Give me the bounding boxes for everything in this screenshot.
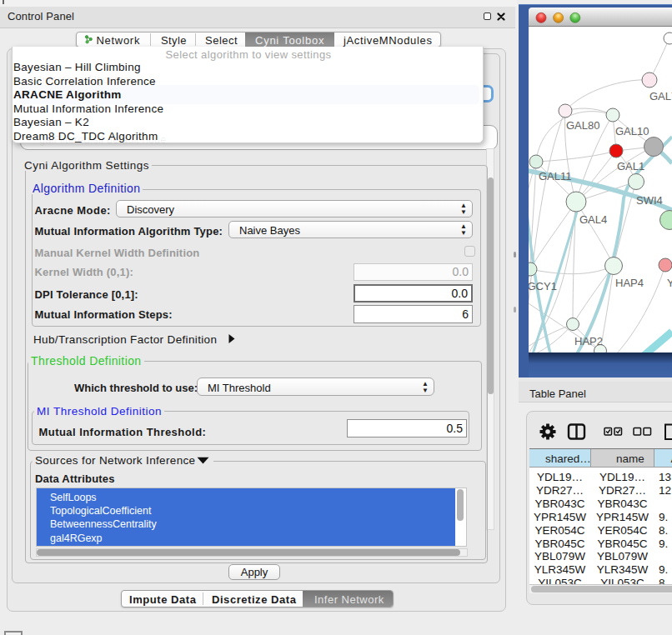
svg-text:GAL7: GAL7 — [649, 90, 672, 102]
svg-text:GAL10: GAL10 — [615, 125, 649, 138]
svg-text:GAL80: GAL80 — [566, 119, 599, 132]
svg-text:HAP2: HAP2 — [574, 335, 603, 348]
svg-text:GAL4: GAL4 — [579, 213, 607, 226]
svg-text:GCY1: GCY1 — [529, 280, 557, 292]
svg-text:GAL1: GAL1 — [617, 160, 644, 172]
svg-text:HAP4: HAP4 — [615, 277, 644, 289]
svg-text:GAL11: GAL11 — [539, 170, 572, 182]
svg-text:SWI4: SWI4 — [636, 194, 663, 207]
svg-text:Y: Y — [667, 277, 672, 289]
